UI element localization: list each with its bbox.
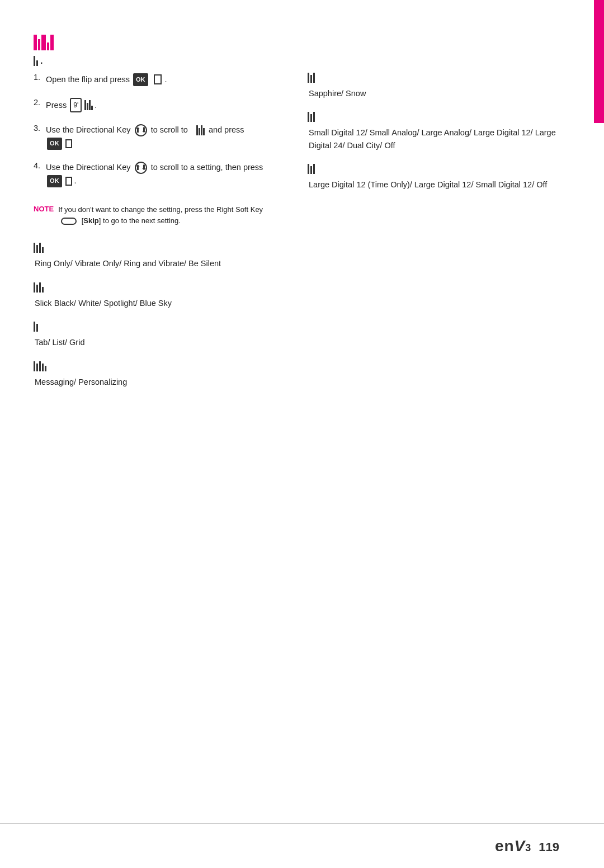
section-display-theme-desc: Sapphire/ Snow: [308, 87, 559, 100]
step-4-number: 4.: [34, 161, 40, 170]
section-alert-header: [34, 243, 285, 253]
footer-logo: enV 3 119: [495, 837, 559, 855]
section-display-theme-icon: [308, 73, 315, 83]
step-3-scroll-target-icon: [196, 125, 205, 135]
step-3-text-middle2: and press: [209, 125, 244, 134]
footer-page-number: 119: [539, 840, 559, 855]
step-4-content: Use the Directional Key ⬆⬇ to scroll to …: [46, 161, 263, 188]
section-sub-clock-desc: Large Digital 12 (Time Only)/ Large Digi…: [308, 178, 559, 191]
step-2-barcode-icon: [84, 100, 93, 110]
ok-button-icon-4: OK: [47, 175, 62, 187]
section-alert-desc: Ring Only/ Vibrate Only/ Ring and Vibrat…: [34, 257, 285, 270]
bracket-icon-3: [65, 139, 72, 148]
softkey-oval-icon: [61, 218, 77, 225]
step-1-text-before: Open the flip and press: [46, 73, 130, 87]
step-1-content: Open the flip and press OK .: [46, 73, 167, 87]
section-shortcut-desc: Messaging/ Personalizing: [34, 376, 285, 388]
step-label-icon: [34, 56, 38, 66]
footer: enV 3 119: [0, 823, 604, 868]
step-4: 4. Use the Directional Key ⬆⬇ to scroll …: [34, 161, 285, 188]
footer-brand: enV: [495, 837, 525, 855]
step-1: 1. Open the flip and press OK .: [34, 73, 285, 87]
ok-button-icon-3: OK: [47, 138, 62, 150]
step-3-text-middle1: to scroll to: [151, 125, 188, 134]
step-2: 2. Press 9' .: [34, 98, 285, 112]
note-label: NOTE: [34, 204, 54, 213]
section-display-theme: Sapphire/ Snow: [308, 73, 559, 100]
note-text: If you don't want to change the setting,…: [58, 204, 285, 226]
section-menu-style: Tab/ List/ Grid: [34, 322, 285, 348]
section-menu-style-icon: [34, 322, 38, 332]
section-sub-clock: Large Digital 12 (Time Only)/ Large Digi…: [308, 164, 559, 191]
section-theme-header: [34, 282, 285, 293]
section-display-theme-header: [308, 73, 559, 83]
step-4-text-middle: to scroll to a setting, then press: [151, 163, 263, 172]
section-shortcut: Messaging/ Personalizing: [34, 361, 285, 388]
bracket-icon-4: [65, 177, 72, 186]
note-text-main: If you don't want to change the setting,…: [58, 205, 263, 214]
section-menu-style-header: [34, 322, 285, 332]
section-sub-clock-header: [308, 164, 559, 174]
directional-key-icon-3: ⬆⬇: [135, 124, 147, 136]
step-2-text-before: Press: [46, 98, 67, 112]
section-alert: Ring Only/ Vibrate Only/ Ring and Vibrat…: [34, 243, 285, 270]
ok-button-icon-1: OK: [133, 73, 148, 86]
section-alert-icon: [34, 243, 44, 253]
section-clock-format-desc: Small Digital 12/ Small Analog/ Large An…: [308, 126, 559, 152]
skip-label: Skip: [83, 216, 98, 225]
accent-bar: [594, 0, 604, 123]
section-clock-format: Small Digital 12/ Small Analog/ Large An…: [308, 112, 559, 152]
step-4-text-before: Use the Directional Key: [46, 163, 131, 172]
step-3-number: 3.: [34, 124, 40, 133]
section-shortcut-header: [34, 361, 285, 371]
section-sub-clock-icon: [308, 164, 315, 174]
note-text-after: to go to the next setting.: [103, 216, 181, 225]
step-3-content: Use the Directional Key ⬆⬇ to scroll to …: [46, 124, 244, 150]
step-4-text-after: .: [74, 174, 77, 187]
step-2-text-after: .: [95, 98, 97, 112]
step-2-number: 2.: [34, 98, 40, 107]
step-3-text-before: Use the Directional Key: [46, 125, 131, 134]
step-1-number: 1.: [34, 73, 40, 82]
section-theme-icon: [34, 282, 44, 293]
step-3: 3. Use the Directional Key ⬆⬇ to scroll …: [34, 124, 285, 150]
step-label-dot: .: [40, 56, 43, 66]
section-clock-format-header: [308, 112, 559, 122]
section-clock-format-icon: [308, 112, 315, 122]
section-theme-desc: Slick Black/ White/ Spotlight/ Blue Sky: [34, 297, 285, 309]
bracket-left-icon-1: [154, 74, 162, 84]
step-2-content: Press 9' .: [46, 98, 97, 112]
note-section: NOTE If you don't want to change the set…: [34, 204, 285, 226]
directional-key-icon-4: ⬆⬇: [135, 162, 147, 174]
section-theme: Slick Black/ White/ Spotlight/ Blue Sky: [34, 282, 285, 309]
section-menu-style-desc: Tab/ List/ Grid: [34, 336, 285, 348]
section-shortcut-icon: [34, 361, 46, 371]
top-barcode-icon: [34, 35, 54, 50]
footer-superscript: 3: [525, 842, 531, 854]
step-1-text-after: .: [165, 73, 167, 87]
